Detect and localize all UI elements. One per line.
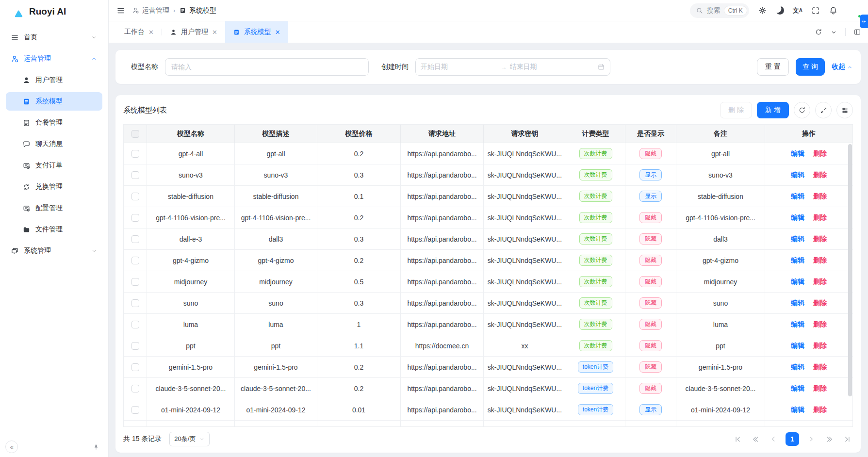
breadcrumb-system-model[interactable]: 系统模型	[179, 6, 216, 15]
row-checkbox[interactable]	[131, 299, 139, 307]
date-range-picker[interactable]: 开始日期 → 结束日期	[415, 58, 610, 76]
notifications-bell-icon[interactable]	[829, 6, 838, 15]
row-checkbox[interactable]	[131, 150, 139, 158]
last-page-button[interactable]	[841, 433, 853, 445]
row-checkbox[interactable]	[131, 193, 139, 200]
delete-link[interactable]: 删除	[813, 406, 827, 414]
sidebar-item-user-management[interactable]: 用户管理	[6, 71, 102, 89]
search-icon	[696, 7, 703, 14]
sidebar-item-home[interactable]: 首页	[6, 28, 102, 47]
row-checkbox[interactable]	[131, 342, 139, 350]
layout-panel-icon[interactable]	[853, 28, 861, 36]
fullscreen-button[interactable]	[815, 102, 832, 118]
edit-link[interactable]: 编辑	[791, 256, 804, 265]
brand-logo[interactable]: Ruoyi AI	[0, 0, 108, 23]
edit-link[interactable]: 编辑	[791, 342, 804, 350]
first-page-button[interactable]	[732, 433, 743, 445]
user-avatar[interactable]	[847, 3, 861, 18]
tab-user-management[interactable]: 用户管理 ✕	[162, 21, 225, 43]
sidebar-item-system-management[interactable]: 系统管理	[6, 242, 102, 260]
edit-link[interactable]: 编辑	[791, 299, 804, 308]
tab-workbench[interactable]: 工作台 ✕	[116, 21, 162, 43]
edit-link[interactable]: 编辑	[791, 192, 804, 201]
edit-link[interactable]: 编辑	[791, 406, 804, 414]
delete-link[interactable]: 删除	[813, 363, 827, 372]
edit-link[interactable]: 编辑	[791, 320, 804, 329]
close-icon[interactable]: ✕	[148, 29, 154, 36]
sidebar-item-package-management[interactable]: 套餐管理	[6, 114, 102, 132]
collapse-filter-link[interactable]: 收起	[832, 63, 853, 71]
edit-link[interactable]: 编辑	[791, 277, 804, 286]
delete-link[interactable]: 删除	[813, 149, 827, 158]
delete-link[interactable]: 删除	[813, 320, 827, 329]
next-page-button[interactable]	[805, 433, 817, 445]
table-scrollbar[interactable]	[848, 144, 852, 396]
row-checkbox[interactable]	[131, 363, 139, 371]
grid-icon	[841, 107, 849, 114]
model-name-input[interactable]	[165, 58, 369, 76]
page-size-select[interactable]: 20条/页	[169, 432, 210, 446]
dark-mode-moon-icon[interactable]	[776, 6, 784, 15]
cell-model-desc: ppt	[235, 335, 317, 357]
query-button[interactable]: 查 询	[796, 58, 825, 76]
preferences-trigger-button[interactable]	[860, 15, 868, 28]
row-checkbox[interactable]	[131, 171, 139, 179]
delete-link[interactable]: 删除	[813, 299, 827, 308]
edit-link[interactable]: 编辑	[791, 384, 804, 393]
reset-button[interactable]: 重 置	[757, 58, 789, 76]
global-search[interactable]: 搜索 Ctrl K	[690, 3, 749, 18]
delete-button[interactable]: 删 除	[720, 102, 752, 118]
end-date-placeholder[interactable]: 结束日期	[510, 63, 594, 71]
refresh-button[interactable]	[794, 102, 810, 118]
delete-link[interactable]: 删除	[813, 192, 827, 201]
sidebar-item-config-management[interactable]: 配置管理	[6, 199, 102, 217]
sidebar-item-payment-orders[interactable]: 支付订单	[6, 156, 102, 175]
hamburger-menu-icon[interactable]	[116, 6, 125, 15]
sidebar-item-system-model[interactable]: 系统模型	[6, 92, 102, 111]
edit-link[interactable]: 编辑	[791, 213, 804, 222]
delete-link[interactable]: 删除	[813, 384, 827, 393]
add-button[interactable]: 新 增	[757, 102, 789, 118]
tab-system-model[interactable]: 系统模型 ✕	[225, 21, 288, 43]
row-checkbox[interactable]	[131, 406, 139, 414]
start-date-placeholder[interactable]: 开始日期	[421, 63, 498, 71]
settings-gear-icon[interactable]	[758, 6, 767, 15]
row-checkbox[interactable]	[131, 321, 139, 328]
edit-link[interactable]: 编辑	[791, 149, 804, 158]
select-all-checkbox[interactable]	[131, 130, 139, 138]
prev-page-button[interactable]	[768, 433, 779, 445]
language-translate-icon[interactable]: 文A	[793, 6, 802, 15]
delete-link[interactable]: 删除	[813, 277, 827, 286]
sidebar-item-chat-messages[interactable]: 聊天消息	[6, 135, 102, 153]
edit-link[interactable]: 编辑	[791, 363, 804, 372]
cell-model-price: 0.5	[317, 271, 401, 293]
refresh-icon[interactable]	[815, 28, 822, 36]
chevron-down-icon[interactable]	[830, 29, 837, 36]
sidebar-item-exchange-management[interactable]: 兑换管理	[6, 178, 102, 196]
delete-link[interactable]: 删除	[813, 171, 827, 180]
row-checkbox[interactable]	[131, 214, 139, 222]
breadcrumb-operations[interactable]: 运营管理	[132, 6, 169, 15]
sidebar-item-file-management[interactable]: 文件管理	[6, 220, 102, 239]
edit-link[interactable]: 编辑	[791, 171, 804, 180]
current-page-button[interactable]: 1	[786, 432, 799, 446]
edit-link[interactable]: 编辑	[791, 235, 804, 244]
close-icon[interactable]: ✕	[275, 29, 280, 36]
close-icon[interactable]: ✕	[212, 29, 217, 36]
pin-sidebar-icon[interactable]	[92, 442, 100, 451]
sidebar-item-operations[interactable]: 运营管理	[6, 49, 102, 68]
delete-link[interactable]: 删除	[813, 213, 827, 222]
delete-link[interactable]: 删除	[813, 235, 827, 244]
next-5-pages-button[interactable]	[823, 433, 835, 445]
row-checkbox[interactable]	[131, 385, 139, 392]
row-checkbox[interactable]	[131, 257, 139, 264]
table: 模型名称 模型描述 模型价格 请求地址 请求密钥 计费类型 是否显示 备注 操作…	[123, 124, 853, 427]
fullscreen-icon[interactable]	[811, 6, 820, 15]
row-checkbox[interactable]	[131, 278, 139, 286]
prev-5-pages-button[interactable]	[750, 433, 761, 445]
delete-link[interactable]: 删除	[813, 342, 827, 350]
column-settings-button[interactable]	[836, 102, 853, 118]
collapse-sidebar-button[interactable]: «	[5, 441, 18, 453]
row-checkbox[interactable]	[131, 235, 139, 243]
delete-link[interactable]: 删除	[813, 256, 827, 265]
